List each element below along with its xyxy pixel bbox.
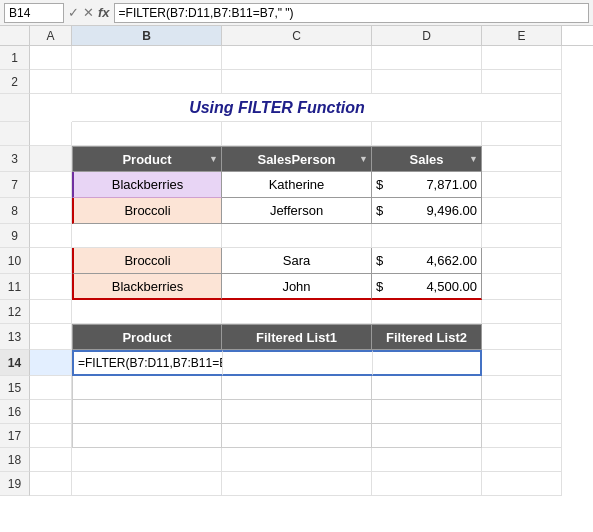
cell-a3[interactable] [30,146,72,172]
cell-d2[interactable] [372,70,482,94]
cell-b1[interactable] [72,46,222,70]
col-sales-header[interactable]: Sales ▼ [372,146,482,172]
cell-e18[interactable] [482,448,562,472]
cell-e12[interactable] [482,300,562,324]
cell-a12[interactable] [30,300,72,324]
cell-a19[interactable] [30,472,72,496]
cell-a17[interactable] [30,424,72,448]
row-num-11[interactable]: 11 [0,274,30,300]
cell-d18[interactable] [372,448,482,472]
cell-a15[interactable] [30,376,72,400]
cell-a13[interactable] [30,324,72,350]
cell-d16[interactable] [372,400,482,424]
cell-e15[interactable] [482,376,562,400]
row-num-16[interactable]: 16 [0,400,30,424]
cell-c17[interactable] [222,424,372,448]
cell-c1[interactable] [222,46,372,70]
cell-e13[interactable] [482,324,562,350]
cell-e7[interactable] [482,172,562,198]
cell-e11[interactable] [482,274,562,300]
cell-a-empty[interactable] [30,122,72,146]
cell-b15[interactable] [72,376,222,400]
cell-c12[interactable] [222,300,372,324]
cell-a10[interactable] [30,248,72,274]
cell-a11[interactable] [30,274,72,300]
cell-c-empty[interactable] [222,122,372,146]
cell-sales-8[interactable]: $ 9,496.00 [372,198,482,224]
col-product-header2[interactable]: Product [72,324,222,350]
cell-b-empty[interactable] [72,122,222,146]
cell-b18[interactable] [72,448,222,472]
cell-a1[interactable] [30,46,72,70]
cell-b16[interactable] [72,400,222,424]
row-num-title[interactable] [0,94,30,122]
cell-b14[interactable]: =FILTER(B7:D11,B7:B11=B7," ") [72,350,222,376]
cell-e2[interactable] [482,70,562,94]
cell-salesperson-8[interactable]: Jefferson [222,198,372,224]
cell-d9[interactable] [372,224,482,248]
cell-d14[interactable] [372,350,482,376]
col-header-d[interactable]: D [372,26,482,45]
cell-sales-7[interactable]: $ 7,871.00 [372,172,482,198]
row-num-12[interactable]: 12 [0,300,30,324]
cell-e16[interactable] [482,400,562,424]
cell-salesperson-11[interactable]: John [222,274,372,300]
cell-e3[interactable] [482,146,562,172]
row-num-15[interactable]: 15 [0,376,30,400]
row-num-7[interactable]: 7 [0,172,30,198]
row-num-1[interactable]: 1 [0,46,30,70]
cell-d12[interactable] [372,300,482,324]
col-header-e[interactable]: E [482,26,562,45]
cell-product-10[interactable]: Broccoli [72,248,222,274]
cell-product-11[interactable]: Blackberries [72,274,222,300]
row-num-19[interactable]: 19 [0,472,30,496]
row-num-17[interactable]: 17 [0,424,30,448]
cell-e1[interactable] [482,46,562,70]
cell-c2[interactable] [222,70,372,94]
col-salesperson-header[interactable]: SalesPerson ▼ [222,146,372,172]
cell-c18[interactable] [222,448,372,472]
cell-salesperson-7[interactable]: Katherine [222,172,372,198]
col-filtered2-header[interactable]: Filtered List2 [372,324,482,350]
col-header-b[interactable]: B [72,26,222,45]
row-num-2[interactable]: 2 [0,70,30,94]
filter-arrow-sales[interactable]: ▼ [469,154,478,164]
cell-c9[interactable] [222,224,372,248]
checkmark-icon[interactable]: ✓ [68,5,79,20]
cell-d-empty[interactable] [372,122,482,146]
fx-icon[interactable]: fx [98,5,110,20]
cell-e19[interactable] [482,472,562,496]
row-num-9[interactable]: 9 [0,224,30,248]
cell-c16[interactable] [222,400,372,424]
cell-d19[interactable] [372,472,482,496]
cell-product-8[interactable]: Broccoli [72,198,222,224]
cell-d15[interactable] [372,376,482,400]
cell-a8[interactable] [30,198,72,224]
cell-d1[interactable] [372,46,482,70]
row-num-14[interactable]: 14 [0,350,30,376]
cell-d17[interactable] [372,424,482,448]
cell-a7[interactable] [30,172,72,198]
cell-a-title[interactable] [30,94,72,122]
cell-product-7[interactable]: Blackberries [72,172,222,198]
row-num-8[interactable]: 8 [0,198,30,224]
cell-b2[interactable] [72,70,222,94]
cell-e10[interactable] [482,248,562,274]
cell-c14[interactable] [222,350,372,376]
cell-a2[interactable] [30,70,72,94]
cell-a9[interactable] [30,224,72,248]
cell-a18[interactable] [30,448,72,472]
cell-salesperson-10[interactable]: Sara [222,248,372,274]
cell-e14[interactable] [482,350,562,376]
row-num-empty[interactable] [0,122,30,146]
cell-b12[interactable] [72,300,222,324]
cell-c19[interactable] [222,472,372,496]
cell-a16[interactable] [30,400,72,424]
cell-b9[interactable] [72,224,222,248]
filter-arrow-salesperson[interactable]: ▼ [359,154,368,164]
cell-e9[interactable] [482,224,562,248]
col-header-a[interactable]: A [30,26,72,45]
row-num-18[interactable]: 18 [0,448,30,472]
cell-e-title[interactable] [482,94,562,122]
cell-b19[interactable] [72,472,222,496]
